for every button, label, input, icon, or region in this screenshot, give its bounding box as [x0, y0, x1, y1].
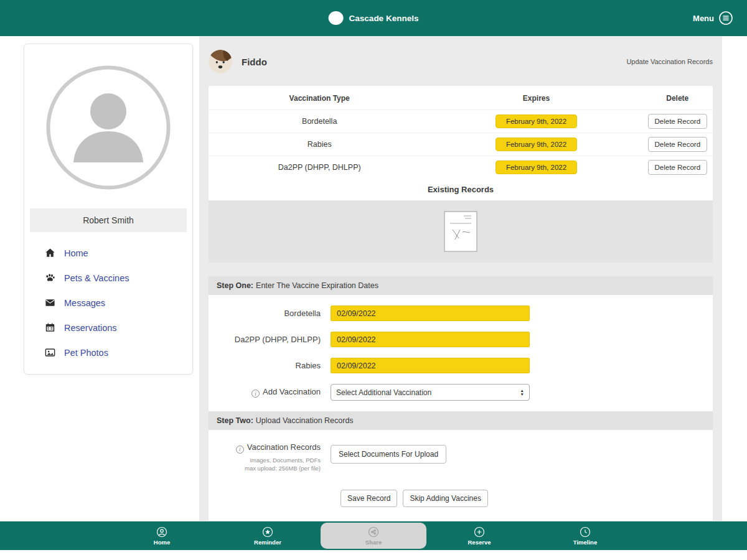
- footer-label: Reserve: [468, 539, 491, 546]
- clock-circle-icon: [580, 526, 591, 538]
- step-two-subtitle: Upload Vaccination Records: [256, 416, 354, 425]
- table-row: Bordetella February 9th, 2022 Delete Rec…: [209, 110, 713, 133]
- footer-item-reminder[interactable]: Reminder: [215, 521, 321, 550]
- pet-name: Fiddo: [242, 57, 267, 67]
- da2pp-expiration-input[interactable]: [331, 332, 530, 347]
- form-row-bordetella: Bordetella: [209, 306, 713, 321]
- rabies-label: Rabies: [209, 361, 331, 370]
- sidebar: Robert Smith Home Pets & Vaccines: [24, 44, 193, 375]
- share-icon: [368, 526, 379, 538]
- form-row-da2pp: Da2PP (DHPP, DHLPP): [209, 332, 713, 347]
- sidebar-item-label: Messages: [64, 298, 105, 308]
- sidebar-item-label: Pet Photos: [64, 348, 108, 358]
- info-icon: [236, 446, 244, 454]
- upload-hint: Images, Documents, PDFs max upload: 256M…: [209, 456, 321, 473]
- existing-records-title: Existing Records: [209, 179, 713, 200]
- vaccination-records-label: Vaccination Records: [209, 442, 321, 454]
- home-icon: [44, 247, 56, 259]
- header-expires: Expires: [430, 94, 642, 103]
- sidebar-item-label: Home: [64, 248, 88, 258]
- sidebar-item-reservations[interactable]: Reservations: [44, 322, 192, 334]
- actions-row: Save Record Skip Adding Vaccines: [341, 490, 713, 521]
- vaccine-type: Rabies: [209, 140, 430, 149]
- footer-item-home[interactable]: Home: [109, 521, 215, 550]
- record-document-thumbnail[interactable]: [444, 211, 477, 252]
- footer-label: Reminder: [254, 539, 281, 546]
- sidebar-item-pets-vaccines[interactable]: Pets & Vaccines: [44, 272, 192, 284]
- plus-circle-icon: [474, 526, 485, 538]
- rabies-expiration-input[interactable]: [331, 358, 530, 373]
- form-row-add-vaccination: Add Vaccination Select Additional Vaccin…: [209, 384, 713, 401]
- pet-header: Fiddo Update Vaccination Records: [209, 45, 713, 78]
- sidebar-nav: Home Pets & Vaccines Messages: [44, 247, 192, 358]
- bordetella-label: Bordetella: [209, 309, 331, 318]
- photo-icon: [44, 347, 56, 358]
- main-content: Fiddo Update Vaccination Records Vaccina…: [199, 36, 722, 521]
- upload-label-block: Vaccination Records Images, Documents, P…: [209, 442, 331, 472]
- avatar: [46, 65, 171, 190]
- vaccine-table: Vaccination Type Expires Delete Bordetel…: [209, 86, 713, 263]
- menu-label: Menu: [693, 14, 714, 23]
- user-name: Robert Smith: [30, 208, 187, 232]
- bordetella-expiration-input[interactable]: [331, 306, 530, 321]
- sidebar-item-home[interactable]: Home: [44, 247, 192, 259]
- calendar-icon: [44, 322, 56, 334]
- da2pp-label: Da2PP (DHPP, DHLPP): [209, 335, 331, 344]
- header-vaccination-type: Vaccination Type: [209, 94, 430, 103]
- existing-records-strip: [209, 200, 713, 263]
- sidebar-item-pet-photos[interactable]: Pet Photos: [44, 347, 192, 358]
- select-arrows-icon: [520, 389, 524, 396]
- steps-section: Step One:Enter The Vaccine Expiration Da…: [209, 276, 713, 521]
- footer-label: Share: [365, 539, 382, 546]
- app-header: Cascade Kennels Menu: [0, 0, 747, 36]
- reminder-icon: [262, 526, 273, 538]
- skip-adding-vaccines-button[interactable]: Skip Adding Vaccines: [403, 490, 488, 507]
- brand-name: Cascade Kennels: [349, 14, 419, 23]
- hamburger-icon: [718, 11, 733, 26]
- footer-item-reserve[interactable]: Reserve: [426, 521, 532, 550]
- pet-avatar: [209, 50, 232, 73]
- sidebar-item-label: Reservations: [64, 323, 117, 333]
- table-row: Rabies February 9th, 2022 Delete Record: [209, 133, 713, 156]
- sidebar-item-messages[interactable]: Messages: [44, 297, 192, 309]
- footer-item-share[interactable]: Share: [321, 523, 426, 549]
- upload-row: Vaccination Records Images, Documents, P…: [209, 442, 713, 472]
- footer-label: Home: [154, 539, 170, 546]
- update-vaccination-records-link[interactable]: Update Vaccination Records: [626, 58, 713, 65]
- expires-date-button[interactable]: February 9th, 2022: [496, 138, 577, 151]
- add-vaccination-label: Add Vaccination: [209, 387, 331, 398]
- delete-record-button[interactable]: Delete Record: [648, 160, 708, 175]
- vaccine-type: Da2PP (DHPP, DHLPP): [209, 163, 430, 172]
- footer-label: Timeline: [573, 539, 597, 546]
- form-row-rabies: Rabies: [209, 358, 713, 373]
- paw-icon: [44, 272, 56, 284]
- step-two-bar: Step Two:Upload Vaccination Records: [209, 411, 713, 430]
- step-one-bar: Step One:Enter The Vaccine Expiration Da…: [209, 276, 713, 295]
- expires-date-button[interactable]: February 9th, 2022: [496, 114, 577, 128]
- expires-date-button[interactable]: February 9th, 2022: [496, 161, 577, 174]
- brand-logo-icon: [329, 11, 344, 25]
- delete-record-button[interactable]: Delete Record: [648, 137, 708, 152]
- step-one-subtitle: Enter The Vaccine Expiration Dates: [256, 281, 378, 290]
- envelope-icon: [44, 297, 56, 309]
- header-delete: Delete: [642, 94, 713, 103]
- save-record-button[interactable]: Save Record: [341, 490, 397, 507]
- table-row: Da2PP (DHPP, DHLPP) February 9th, 2022 D…: [209, 156, 713, 179]
- bottom-nav: Home Reminder Share Reserve Timeline: [0, 521, 747, 550]
- select-value: Select Additional Vaccination: [336, 388, 431, 397]
- sidebar-item-label: Pets & Vaccines: [64, 273, 129, 283]
- step-two-title: Step Two:: [217, 416, 253, 425]
- brand: Cascade Kennels: [329, 11, 419, 25]
- vaccine-table-header: Vaccination Type Expires Delete: [209, 86, 713, 110]
- vaccine-type: Bordetella: [209, 117, 430, 126]
- delete-record-button[interactable]: Delete Record: [648, 114, 708, 129]
- person-circle-icon: [156, 526, 167, 538]
- select-documents-button[interactable]: Select Documents For Upload: [331, 445, 446, 464]
- step-one-title: Step One:: [217, 281, 253, 290]
- footer-item-timeline[interactable]: Timeline: [532, 521, 638, 550]
- info-icon: [251, 390, 260, 398]
- additional-vaccination-select[interactable]: Select Additional Vaccination: [331, 384, 530, 401]
- menu-button[interactable]: Menu: [693, 11, 733, 26]
